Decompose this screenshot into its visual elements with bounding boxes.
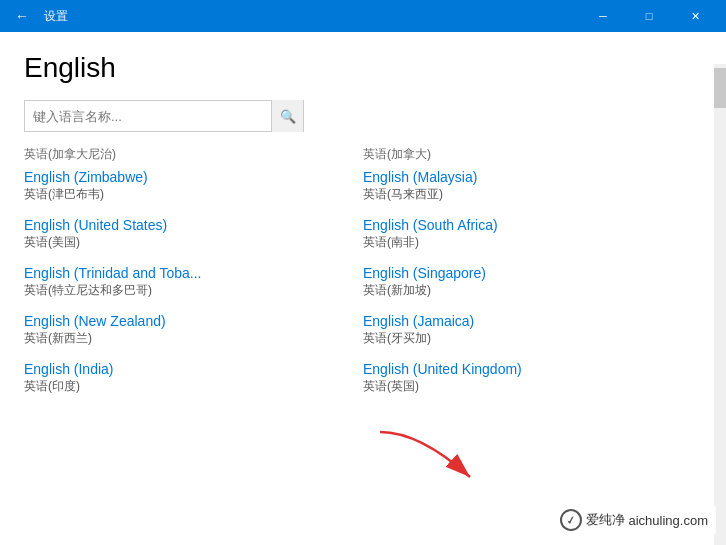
lang-col-right: English (Malaysia) 英语(马来西亚) English (Sou… xyxy=(363,169,702,542)
lang-name: English (United States) xyxy=(24,217,304,233)
watermark-text: 爱纯净 xyxy=(586,511,625,529)
watermark: ✓ 爱纯净 aichuling.com xyxy=(552,505,717,535)
lang-sub: 英语(南非) xyxy=(363,234,690,251)
lang-sub: 英语(新西兰) xyxy=(24,330,351,347)
lang-col-left: English (Zimbabwe) 英语(津巴布韦) English (Uni… xyxy=(24,169,363,542)
lang-name: English (Jamaica) xyxy=(363,313,643,329)
lang-sub: 英语(牙买加) xyxy=(363,330,690,347)
content-area: English 🔍 英语(加拿大尼治) 英语(加拿大) English (Zim… xyxy=(0,32,726,545)
minimize-button[interactable]: ─ xyxy=(580,0,626,32)
maximize-button[interactable]: □ xyxy=(626,0,672,32)
search-button[interactable]: 🔍 xyxy=(271,100,303,132)
lang-name: English (India) xyxy=(24,361,304,377)
search-icon: 🔍 xyxy=(280,109,296,124)
back-button[interactable]: ← xyxy=(8,2,36,30)
lang-sub: 英语(印度) xyxy=(24,378,351,395)
list-item[interactable]: English (Trinidad and Toba... 英语(特立尼达和多巴… xyxy=(24,265,351,299)
watermark-logo: ✓ xyxy=(558,507,583,532)
language-list: English (Zimbabwe) 英语(津巴布韦) English (Uni… xyxy=(24,169,702,542)
col-header-right: 英语(加拿大) xyxy=(363,146,702,163)
lang-sub: 英语(新加坡) xyxy=(363,282,690,299)
lang-name: English (Singapore) xyxy=(363,265,643,281)
page-title: English xyxy=(24,52,702,84)
col-header-left: 英语(加拿大尼治) xyxy=(24,146,363,163)
scrollbar[interactable] xyxy=(714,64,726,545)
search-box[interactable]: 🔍 xyxy=(24,100,304,132)
lang-sub: 英语(津巴布韦) xyxy=(24,186,351,203)
list-item[interactable]: English (New Zealand) 英语(新西兰) xyxy=(24,313,351,347)
lang-sub: 英语(马来西亚) xyxy=(363,186,690,203)
list-item[interactable]: English (South Africa) 英语(南非) xyxy=(363,217,690,251)
lang-name: English (South Africa) xyxy=(363,217,643,233)
list-item[interactable]: English (India) 英语(印度) xyxy=(24,361,351,395)
lang-name: English (Zimbabwe) xyxy=(24,169,304,185)
lang-sub: 英语(英国) xyxy=(363,378,690,395)
list-item[interactable]: English (Zimbabwe) 英语(津巴布韦) xyxy=(24,169,351,203)
lang-name: English (Malaysia) xyxy=(363,169,643,185)
lang-sub: 英语(美国) xyxy=(24,234,351,251)
list-item[interactable]: English (United States) 英语(美国) xyxy=(24,217,351,251)
close-button[interactable]: ✕ xyxy=(672,0,718,32)
window-controls: ─ □ ✕ xyxy=(580,0,718,32)
search-input[interactable] xyxy=(25,109,271,124)
titlebar: ← 设置 ─ □ ✕ xyxy=(0,0,726,32)
list-item[interactable]: English (Jamaica) 英语(牙买加) xyxy=(363,313,690,347)
window-title: 设置 xyxy=(44,8,580,25)
list-item[interactable]: English (Singapore) 英语(新加坡) xyxy=(363,265,690,299)
lang-name: English (New Zealand) xyxy=(24,313,304,329)
lang-name: English (Trinidad and Toba... xyxy=(24,265,304,281)
lang-sub: 英语(特立尼达和多巴哥) xyxy=(24,282,351,299)
column-headers: 英语(加拿大尼治) 英语(加拿大) xyxy=(24,146,702,163)
watermark-url: aichuling.com xyxy=(629,513,709,528)
list-item[interactable]: English (Malaysia) 英语(马来西亚) xyxy=(363,169,690,203)
lang-name: English (United Kingdom) xyxy=(363,361,643,377)
scrollbar-thumb[interactable] xyxy=(714,68,726,108)
list-item[interactable]: English (United Kingdom) 英语(英国) xyxy=(363,361,690,395)
